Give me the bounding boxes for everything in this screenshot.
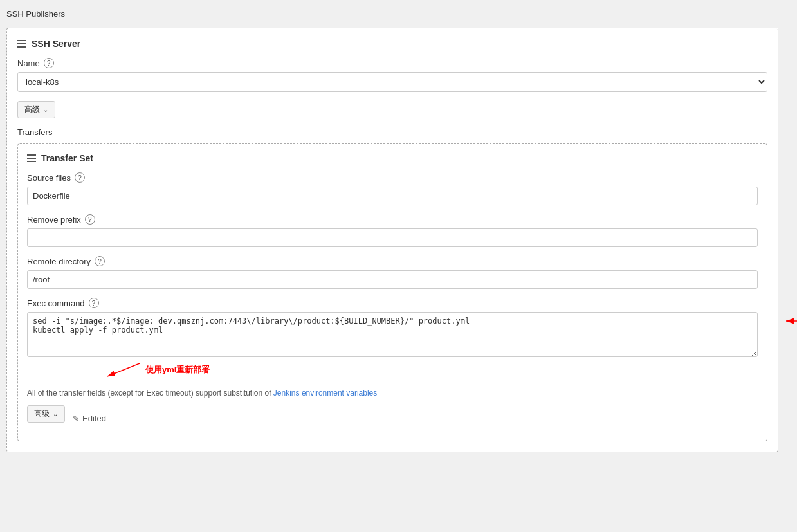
remove-prefix-input[interactable] (27, 228, 758, 247)
ssh-publishers-panel: SSH Server Name ? local-k8s 高级 ⌄ Transfe… (6, 28, 778, 452)
remote-directory-label: Remote directory ? (27, 256, 758, 266)
annotation-redeploy-yml: 使用yml重新部署 (104, 360, 210, 380)
remote-directory-input[interactable] (27, 270, 758, 289)
remove-prefix-label: Remove prefix ? (27, 214, 758, 225)
advanced-button-inner[interactable]: 高级 ⌄ (27, 405, 65, 423)
drag-handle-transfer-set[interactable] (27, 154, 36, 162)
remote-directory-field-row: Remote directory ? (27, 256, 758, 289)
transfers-label: Transfers (17, 127, 767, 137)
chevron-down-icon-inner: ⌄ (53, 410, 58, 417)
name-help-icon[interactable]: ? (44, 58, 54, 68)
exec-command-label: Exec command ? (27, 298, 758, 308)
name-select[interactable]: local-k8s (17, 72, 767, 92)
info-text: All of the transfer fields (except for E… (27, 389, 758, 398)
transfer-set-title: Transfer Set (41, 153, 93, 163)
exec-command-wrapper: sed -i "s/image:.*$/image: dev.qmsznj.co… (27, 312, 758, 359)
annotation-modify-yml: 修改yml版本号 (783, 315, 797, 327)
jenkins-env-vars-link[interactable]: Jenkins environment variables (273, 389, 377, 398)
remote-directory-help-icon[interactable]: ? (95, 256, 105, 266)
remove-prefix-field-row: Remove prefix ? (27, 214, 758, 247)
exec-command-input[interactable]: sed -i "s/image:.*$/image: dev.qmsznj.co… (27, 312, 758, 357)
exec-command-help-icon[interactable]: ? (89, 298, 99, 308)
source-files-input[interactable] (27, 187, 758, 205)
chevron-down-icon: ⌄ (43, 106, 48, 113)
name-label: Name ? (17, 58, 767, 68)
pencil-icon: ✎ (73, 414, 79, 423)
name-field-row: Name ? local-k8s (17, 58, 767, 92)
ssh-server-title: SSH Server (32, 39, 80, 49)
advanced-button-outer[interactable]: 高级 ⌄ (17, 101, 55, 118)
remove-prefix-help-icon[interactable]: ? (85, 214, 95, 225)
bottom-bar: 高级 ⌄ ✎ Edited (27, 405, 758, 432)
source-files-help-icon[interactable]: ? (75, 172, 85, 183)
exec-command-field-row: Exec command ? sed -i "s/image:.*$/image… (27, 298, 758, 359)
drag-handle-ssh-server[interactable] (17, 40, 26, 48)
page-title: SSH Publishers (6, 6, 791, 21)
svg-line-3 (107, 363, 140, 376)
source-files-field-row: Source files ? (27, 172, 758, 205)
edited-status: ✎ Edited (73, 414, 106, 423)
transfer-set-panel: Transfer Set Source files ? Remove prefi… (17, 143, 767, 441)
source-files-label: Source files ? (27, 172, 758, 183)
ssh-server-header: SSH Server (17, 39, 767, 49)
transfer-set-header: Transfer Set (27, 153, 758, 163)
